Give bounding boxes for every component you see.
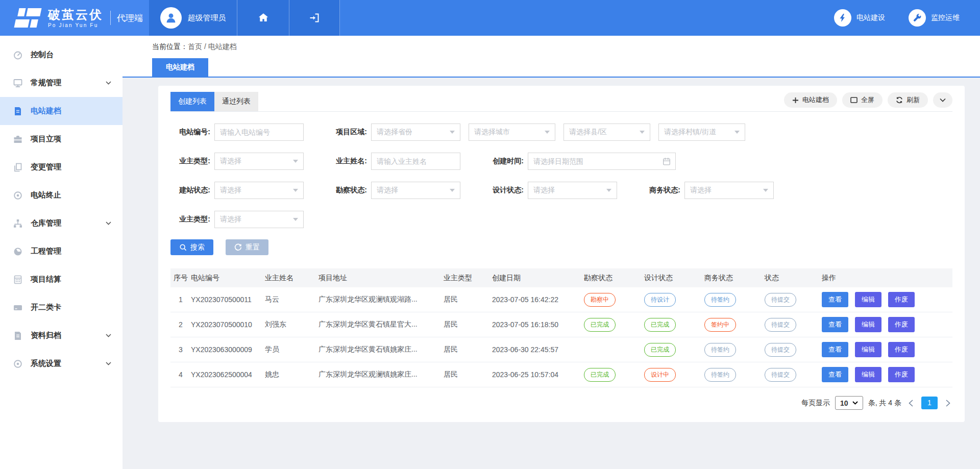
next-page-button[interactable] xyxy=(944,400,952,407)
collapse-button[interactable] xyxy=(933,92,952,108)
nav-monitor-label: 监控运维 xyxy=(931,13,960,22)
city-select[interactable]: 请选择城市 xyxy=(469,124,555,141)
per-page-select[interactable]: 10 xyxy=(835,396,863,410)
sitemap-icon xyxy=(13,218,23,229)
list-tabs-row: 创建列表 通过列表 电站建档 全屏 xyxy=(170,92,952,112)
table-row: 1 YX2023070500011 马云 广东深圳龙华区观澜镇观湖路... 居民… xyxy=(170,287,952,312)
bolt-icon xyxy=(834,9,851,27)
total-count-label: 条, 共 4 条 xyxy=(868,399,901,408)
sidebar-item-console[interactable]: 控制台 xyxy=(0,41,122,69)
survey-status-select[interactable]: 请选择 xyxy=(371,182,460,199)
caret-down-icon xyxy=(293,218,298,221)
refresh-button[interactable]: 刷新 xyxy=(888,92,928,108)
nav-monitoring-ops[interactable]: 监控运维 xyxy=(909,9,960,27)
sidebar-item-station-filing[interactable]: 电站建档 xyxy=(0,97,122,125)
table-row: 3 YX2023063000009 学员 广东深圳龙华区黄石镇姚家庄... 居民… xyxy=(170,337,952,362)
owner-name-input-wrap xyxy=(371,153,460,170)
owner-type2-select[interactable]: 请选择 xyxy=(214,211,304,228)
chevron-down-icon xyxy=(106,362,111,365)
void-button[interactable]: 作废 xyxy=(888,342,915,357)
sidebar-item-archive[interactable]: 资料归档 xyxy=(0,322,122,350)
chevron-down-icon xyxy=(106,334,111,337)
station-no-input[interactable] xyxy=(220,128,298,136)
void-button[interactable]: 作废 xyxy=(888,367,915,382)
sidebar-item-station-termination[interactable]: 电站终止 xyxy=(0,181,122,209)
col-header-no: 序号 xyxy=(170,274,191,283)
town-select[interactable]: 请选择村镇/街道 xyxy=(658,124,745,141)
document-icon xyxy=(13,106,23,116)
top-header: 破茧云伏 Po Jian Yun Fu 代理端 超级管理员 xyxy=(0,0,980,36)
design-status-select[interactable]: 请选择 xyxy=(528,182,617,199)
owner-type2-filter: 业主类型: 请选择 xyxy=(170,211,304,228)
tab-create-list[interactable]: 创建列表 xyxy=(170,92,214,111)
sidebar-item-warehouse-mgmt[interactable]: 仓库管理 xyxy=(0,209,122,237)
county-select[interactable]: 请选择县/区 xyxy=(564,124,650,141)
region-filter: 项目区域: 请选择省份 请选择城市 请选择县/区 请选择村镇/街道 xyxy=(327,124,745,141)
void-button[interactable]: 作废 xyxy=(888,292,915,307)
edit-button[interactable]: 编辑 xyxy=(855,292,881,307)
view-button[interactable]: 查看 xyxy=(822,342,848,357)
refresh-icon xyxy=(896,96,903,104)
void-button[interactable]: 作废 xyxy=(888,317,915,332)
edit-button[interactable]: 编辑 xyxy=(855,367,881,382)
tab-passed-list[interactable]: 通过列表 xyxy=(214,92,258,111)
status-badge: 待签约 xyxy=(704,293,736,307)
nav-station-label: 电站建设 xyxy=(856,13,885,22)
station-table: 序号 电站编号 业主姓名 项目地址 业主类型 创建日期 勘察状态 设计状态 商务… xyxy=(170,268,952,387)
prev-page-button[interactable] xyxy=(906,400,915,407)
station-no-filter: 电站编号: xyxy=(170,124,304,141)
caret-down-icon xyxy=(293,160,298,163)
chevron-down-icon xyxy=(106,81,111,85)
date-range-input[interactable] xyxy=(533,157,670,165)
nav-station-construction[interactable]: 电站建设 xyxy=(834,9,885,27)
page-tab-station-filing[interactable]: 电站建档 xyxy=(152,58,208,77)
col-header-address: 项目地址 xyxy=(318,274,444,283)
status-badge: 勘察中 xyxy=(584,293,616,307)
logo-text: 破茧云伏 Po Jian Yun Fu xyxy=(48,8,103,28)
view-button[interactable]: 查看 xyxy=(822,367,848,382)
logout-button[interactable] xyxy=(289,0,340,36)
owner-name-filter: 业主姓名: xyxy=(327,153,460,170)
view-button[interactable]: 查看 xyxy=(822,292,848,307)
reset-button[interactable]: 重置 xyxy=(226,239,268,255)
filter-row-1: 电站编号: 项目区域: 请选择省份 请选择城市 xyxy=(170,124,952,141)
build-status-select[interactable]: 请选择 xyxy=(214,182,304,199)
user-menu[interactable]: 超级管理员 xyxy=(149,0,237,36)
col-header-business: 商务状态 xyxy=(704,274,765,283)
dashboard-icon xyxy=(13,246,23,257)
sidebar-item-project-initiation[interactable]: 项目立项 xyxy=(0,125,122,153)
sidebar-item-engineering-mgmt[interactable]: 工程管理 xyxy=(0,237,122,265)
province-select[interactable]: 请选择省份 xyxy=(371,124,460,141)
view-button[interactable]: 查看 xyxy=(822,317,848,332)
survey-status-filter: 勘察状态: 请选择 xyxy=(327,182,460,199)
sidebar-item-general-mgmt[interactable]: 常规管理 xyxy=(0,69,122,97)
breadcrumb-bar: 当前位置：首页 / 电站建档 电站建档 xyxy=(122,36,980,78)
status-badge: 设计中 xyxy=(644,368,676,382)
sidebar-item-type2-card[interactable]: 开二类卡 xyxy=(0,293,122,322)
chevron-down-icon xyxy=(940,98,946,102)
monitor-icon xyxy=(13,78,23,88)
col-header-code: 电站编号 xyxy=(191,274,265,283)
sidebar-item-system-settings[interactable]: 系统设置 xyxy=(0,350,122,378)
owner-name-input[interactable] xyxy=(377,157,455,165)
page-number-button[interactable]: 1 xyxy=(921,397,938,409)
home-button[interactable] xyxy=(237,0,289,36)
calendar-icon xyxy=(662,157,671,166)
col-header-actions: 操作 xyxy=(822,274,952,283)
chevron-left-icon xyxy=(909,400,913,407)
edit-button[interactable]: 编辑 xyxy=(855,342,881,357)
per-page-label: 每页显示 xyxy=(801,399,830,408)
sidebar-item-change-mgmt[interactable]: 变更管理 xyxy=(0,153,122,181)
search-button[interactable]: 搜索 xyxy=(170,239,213,255)
logo-title: 破茧云伏 xyxy=(48,8,103,21)
edit-button[interactable]: 编辑 xyxy=(855,317,881,332)
build-status-filter: 建站状态: 请选择 xyxy=(170,182,304,199)
business-status-select[interactable]: 请选择 xyxy=(684,182,774,199)
create-station-button[interactable]: 电站建档 xyxy=(784,92,837,108)
fullscreen-button[interactable]: 全屏 xyxy=(842,92,883,108)
file-icon xyxy=(13,331,23,341)
breadcrumb-path[interactable]: 首页 / 电站建档 xyxy=(188,42,237,51)
status-badge: 已完成 xyxy=(644,318,676,332)
owner-type-select[interactable]: 请选择 xyxy=(214,153,304,170)
sidebar-item-project-settlement[interactable]: 项目结算 xyxy=(0,265,122,293)
